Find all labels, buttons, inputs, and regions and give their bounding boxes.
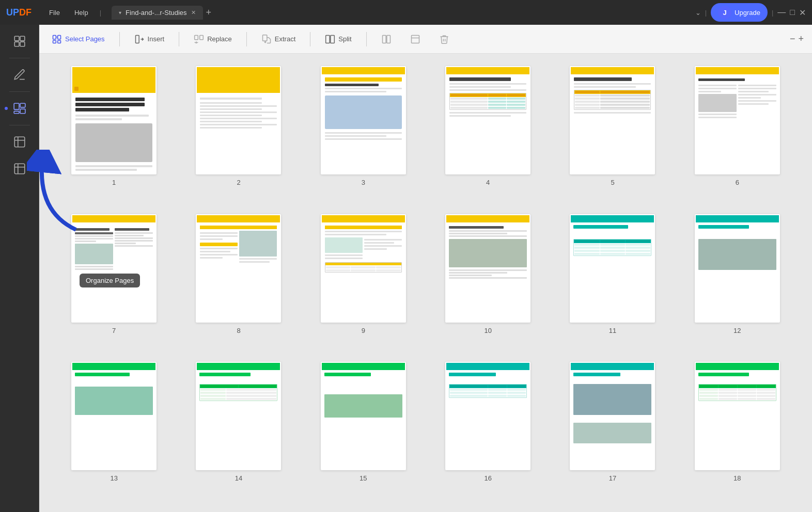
page-card-2[interactable] [196,66,281,174]
page-number-3: 3 [362,179,365,186]
page-thumb-2: 2 [180,66,296,204]
page-card-4[interactable] [445,66,530,174]
app-logo: UPDF [6,7,32,18]
replace-label: Replace [207,35,232,43]
sidebar-item-annotate[interactable] [6,62,33,87]
svg-rect-9 [14,164,25,174]
page-card-15[interactable] [321,362,406,470]
svg-rect-21 [382,35,386,43]
page-number-6: 6 [736,179,739,186]
page-thumb-8: 8 [180,214,296,352]
page-number-13: 13 [110,474,117,482]
svg-rect-0 [14,36,19,41]
page-card-12[interactable] [695,214,780,323]
close-button[interactable]: ✕ [799,8,806,18]
svg-rect-5 [20,103,25,107]
toolbar-split[interactable]: Split [321,31,355,47]
page-card-14[interactable] [196,362,281,470]
add-tab-button[interactable]: + [206,7,212,18]
upgrade-label: Upgrade [735,9,760,17]
page-card-6[interactable] [695,66,780,174]
page-number-1: 1 [112,179,116,186]
dropdown-arrow-icon[interactable]: ⌄ [695,9,701,17]
page-card-16[interactable] [445,362,530,470]
page-grid: 1 [39,54,812,512]
toolbar-icon-1[interactable] [377,31,396,47]
page-number-2: 2 [237,179,240,186]
sidebar-item-convert[interactable] [6,156,33,181]
toolbar-div-5 [366,32,367,46]
menu-help[interactable]: Help [69,7,93,19]
toolbar-select-pages[interactable]: Select Pages [48,31,109,47]
svg-rect-18 [262,35,267,41]
page-number-17: 17 [609,474,616,482]
page-thumb-9: 9 [305,214,421,352]
toolbar-zoom: − + [790,34,804,44]
page-card-1[interactable] [71,66,157,174]
content-area: Select Pages Insert Replace [39,25,812,512]
active-tab[interactable]: ▾ Find-and-...r-Studies ✕ [112,6,203,20]
page-number-7: 7 [112,327,116,334]
extract-label: Extract [275,35,295,43]
zoom-in-button[interactable]: + [798,34,804,44]
page-card-13[interactable] [71,362,157,470]
sidebar-item-thumbnails[interactable] [6,29,33,54]
page-number-11: 11 [609,327,616,334]
toolbar-extract[interactable]: Extract [257,31,300,47]
page-card-7[interactable] [71,214,157,323]
tab-close-button[interactable]: ✕ [191,9,196,16]
page-number-9: 9 [362,327,365,334]
page-thumb-7: 7 [56,214,172,352]
page-card-11[interactable] [570,214,655,323]
sidebar-item-extract[interactable] [6,130,33,154]
svg-rect-23 [411,35,419,43]
svg-rect-20 [331,35,335,43]
page-thumb-16: 16 [430,362,546,500]
svg-rect-2 [14,42,19,46]
maximize-button[interactable]: □ [790,8,795,17]
page-thumb-3: 3 [305,66,421,204]
toolbar-insert[interactable]: Insert [130,31,169,47]
insert-label: Insert [148,35,165,43]
page-thumb-4: 4 [430,66,546,204]
page-number-15: 15 [360,474,367,482]
active-indicator [5,107,8,110]
main-layout: Organize Pages Select Pages [0,25,812,512]
page-thumb-5: 5 [554,66,670,204]
sidebar [0,25,39,512]
page-card-17[interactable] [570,362,655,470]
sidebar-divider-2 [9,91,30,92]
svg-rect-7 [14,111,19,113]
menu-file[interactable]: File [44,7,65,19]
toolbar: Select Pages Insert Replace [39,25,812,54]
toolbar-icon-2[interactable] [406,31,425,47]
tab-area: ▾ Find-and-...r-Studies ✕ + [112,6,691,20]
svg-rect-13 [53,40,56,43]
toolbar-div-3 [246,32,247,46]
tab-arrow-icon: ▾ [119,10,121,15]
page-card-10[interactable] [445,214,530,323]
svg-rect-8 [14,137,25,147]
page-number-5: 5 [611,179,614,186]
svg-rect-22 [386,35,390,43]
zoom-out-button[interactable]: − [790,34,795,44]
svg-rect-11 [53,35,56,39]
page-card-5[interactable] [570,66,655,174]
svg-rect-17 [200,35,204,39]
minimize-button[interactable]: — [777,8,786,17]
page-number-12: 12 [733,327,741,334]
svg-rect-15 [135,35,139,43]
sidebar-item-organize[interactable] [6,96,33,121]
page-card-3[interactable] [321,66,406,174]
page-number-14: 14 [235,474,242,482]
page-number-10: 10 [484,327,491,334]
page-card-9[interactable] [321,214,406,323]
tab-title: Find-and-...r-Studies [126,9,187,17]
page-card-18[interactable] [695,362,780,470]
toolbar-delete[interactable] [435,31,454,47]
toolbar-div-4 [310,32,310,46]
title-bar: UPDF File Help | ▾ Find-and-...r-Studies… [0,0,812,25]
upgrade-button[interactable]: J Upgrade [711,3,768,22]
page-card-8[interactable] [196,214,281,323]
toolbar-replace[interactable]: Replace [190,31,236,47]
